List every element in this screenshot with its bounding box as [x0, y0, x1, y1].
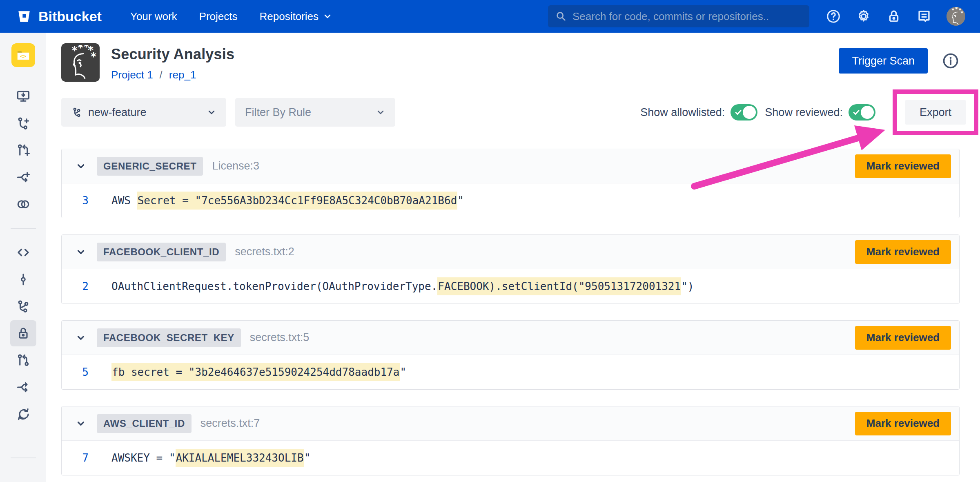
show-allowlisted-toggle[interactable] — [731, 104, 757, 120]
pipelines-icon[interactable] — [10, 401, 36, 427]
breadcrumb-repo-link[interactable]: rep_1 — [169, 69, 196, 81]
commits-icon[interactable] — [10, 266, 36, 292]
search-input[interactable] — [572, 10, 802, 23]
mark-reviewed-button[interactable]: Mark reviewed — [855, 412, 951, 435]
collapse-chevron-icon[interactable] — [76, 332, 86, 343]
settings-gear-icon[interactable] — [856, 9, 871, 24]
chevron-down-icon — [376, 107, 385, 117]
search-icon — [555, 11, 567, 22]
branch-selector-value: new-feature — [88, 106, 147, 119]
finding-header: AWS_CLIENT_ID secrets.txt:7 Mark reviewe… — [62, 406, 959, 441]
security-lock-icon[interactable] — [10, 320, 36, 346]
finding-location: secrets.txt:2 — [235, 245, 294, 258]
rule-filter-placeholder: Filter By Rule — [245, 106, 311, 119]
findings-list: GENERIC_SECRET License:3 Mark reviewed 3… — [61, 149, 960, 475]
finding-card: FACEBOOK_CLIENT_ID secrets.txt:2 Mark re… — [61, 234, 960, 304]
toggle-knob — [743, 106, 756, 119]
finding-header: GENERIC_SECRET License:3 Mark reviewed — [62, 149, 959, 183]
code-line: fb_secret = "3b2e464637e5159024254dd78aa… — [111, 366, 406, 378]
forks-icon[interactable] — [10, 374, 36, 400]
source-code-icon[interactable] — [10, 239, 36, 266]
svg-text:*: * — [91, 50, 96, 63]
svg-text:*: * — [78, 45, 83, 54]
check-icon — [734, 108, 742, 118]
create-pull-request-icon[interactable] — [10, 137, 36, 163]
finding-card: AWS_CLIENT_ID secrets.txt:7 Mark reviewe… — [61, 406, 960, 475]
nav-item-your-work[interactable]: Your work — [130, 10, 177, 23]
code-line: OAuthClientRequest.tokenProvider(OAuthPr… — [111, 280, 694, 292]
bitbucket-bucket-icon — [16, 9, 32, 24]
code-line: AWSKEY = "AKIALALEMEL33243OLIB" — [111, 452, 310, 464]
brand-name: Bitbucket — [38, 9, 102, 25]
mark-reviewed-button[interactable]: Mark reviewed — [855, 154, 951, 178]
rule-badge: GENERIC_SECRET — [97, 157, 203, 176]
sidebar-divider — [11, 457, 36, 458]
breadcrumb-separator: / — [160, 69, 163, 81]
check-icon — [852, 108, 860, 118]
line-number: 3 — [62, 194, 89, 207]
nav-item-repositories[interactable]: Repositories — [260, 10, 332, 23]
breadcrumb: Project 1 / rep_1 — [111, 69, 234, 81]
rule-filter-dropdown[interactable]: Filter By Rule — [235, 98, 395, 127]
bitbucket-logo[interactable]: Bitbucket — [16, 9, 102, 25]
show-reviewed-label: Show reviewed: — [765, 106, 843, 119]
finding-location: secrets.txt:7 — [200, 417, 260, 430]
svg-text:*: * — [955, 7, 958, 12]
svg-text:*: * — [72, 45, 78, 57]
pull-requests-icon[interactable] — [10, 347, 36, 373]
secret-highlight: FACEBOOK).setClientId("950513172001321 — [437, 277, 681, 295]
show-reviewed-toggle[interactable] — [849, 104, 875, 120]
create-branch-icon[interactable] — [10, 110, 36, 136]
chevron-down-icon — [207, 107, 216, 117]
finding-header: FACEBOOK_SECRET_KEY secrets.txt:5 Mark r… — [62, 321, 959, 355]
lock-icon[interactable] — [886, 9, 902, 24]
trigger-scan-button[interactable]: Trigger Scan — [839, 48, 928, 74]
export-highlight-box: Export — [893, 89, 978, 135]
finding-code-row: 7 AWSKEY = "AKIALALEMEL33243OLIB" — [62, 441, 959, 475]
branches-icon[interactable] — [10, 293, 36, 319]
toggle-knob — [861, 106, 874, 119]
repo-avatar-folder-code[interactable]: <> — [11, 43, 35, 67]
breadcrumb-project-link[interactable]: Project 1 — [111, 69, 153, 81]
nav-icons: **** — [826, 7, 965, 26]
finding-card: FACEBOOK_SECRET_KEY secrets.txt:5 Mark r… — [61, 320, 960, 390]
finding-location: secrets.txt:5 — [250, 331, 310, 344]
info-icon[interactable] — [942, 52, 960, 70]
mark-reviewed-button[interactable]: Mark reviewed — [855, 326, 951, 350]
mirrors-icon[interactable] — [10, 191, 36, 217]
user-avatar[interactable]: **** — [947, 7, 965, 26]
code-line: AWS Secret = "7ce556A3bD234Cc1Ff9E8A5C32… — [111, 194, 464, 207]
line-number: 7 — [62, 452, 89, 464]
export-button[interactable]: Export — [905, 100, 966, 125]
svg-text:<>: <> — [20, 53, 27, 59]
chevron-down-icon — [323, 12, 332, 20]
finding-code-row: 5 fb_secret = "3b2e464637e5159024254dd78… — [62, 355, 959, 389]
mark-reviewed-button[interactable]: Mark reviewed — [855, 240, 951, 264]
branch-selector[interactable]: new-feature — [61, 98, 226, 127]
sidebar-divider — [11, 228, 36, 229]
page-header: ***** Security Analysis Project 1 / rep_… — [61, 43, 960, 82]
project-avatar: ***** — [61, 43, 100, 82]
rule-badge: FACEBOOK_SECRET_KEY — [97, 328, 241, 347]
secret-highlight: fb_secret = "3b2e464637e5159024254dd78aa… — [111, 363, 400, 381]
finding-header: FACEBOOK_CLIENT_ID secrets.txt:2 Mark re… — [62, 235, 959, 269]
nav-menu: Your work Projects Repositories — [130, 10, 332, 23]
help-icon[interactable] — [826, 9, 841, 24]
finding-location: License:3 — [212, 160, 259, 172]
clone-icon[interactable] — [10, 83, 36, 109]
line-number: 5 — [62, 366, 89, 378]
show-allowlisted-label: Show allowlisted: — [640, 106, 725, 119]
branch-icon — [71, 107, 82, 118]
finding-code-row: 3 AWS Secret = "7ce556A3bD234Cc1Ff9E8A5C… — [62, 183, 959, 218]
compare-fork-icon[interactable] — [10, 164, 36, 190]
page-title: Security Analysis — [111, 46, 234, 63]
collapse-chevron-icon[interactable] — [76, 161, 86, 172]
feedback-icon[interactable] — [916, 9, 932, 24]
finding-code-row: 2 OAuthClientRequest.tokenProvider(OAuth… — [62, 269, 959, 303]
collapse-chevron-icon[interactable] — [76, 247, 86, 257]
collapse-chevron-icon[interactable] — [76, 418, 86, 429]
nav-item-projects[interactable]: Projects — [199, 10, 238, 23]
svg-text:*: * — [951, 7, 954, 13]
line-number: 2 — [62, 280, 89, 292]
toggle-group: Show allowlisted: Show reviewed: Export — [640, 89, 960, 135]
